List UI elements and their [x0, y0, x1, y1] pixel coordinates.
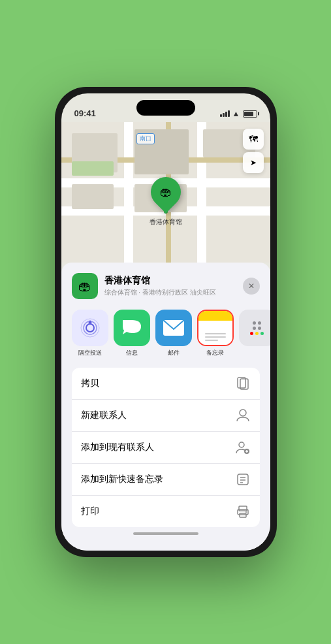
svg-point-0 — [86, 324, 94, 332]
signal-bars-icon — [220, 110, 230, 117]
battery-icon — [243, 110, 257, 118]
wifi-icon: ▲ — [232, 109, 240, 118]
svg-point-20 — [245, 511, 247, 513]
venue-subtitle: 综合体育馆 · 香港特别行政区 油尖旺区 — [104, 288, 243, 297]
map-type-button[interactable]: 🗺 — [243, 129, 264, 150]
share-item-notes[interactable]: 备忘录 — [197, 310, 234, 357]
svg-point-8 — [240, 410, 246, 416]
menu-item-copy[interactable]: 拷贝 — [72, 368, 260, 400]
venue-icon: 🏟 — [72, 273, 98, 299]
home-bar — [133, 532, 198, 535]
menu-list: 拷贝 新建联系人 — [72, 368, 260, 527]
add-existing-label: 添加到现有联系人 — [81, 442, 154, 453]
notes-icon-wrapper — [197, 310, 234, 346]
close-button[interactable]: ✕ — [243, 278, 260, 295]
home-indicator — [72, 527, 260, 540]
phone-frame: 09:41 ▲ — [55, 87, 277, 557]
print-label: 打印 — [81, 506, 99, 517]
share-item-mail[interactable]: 邮件 — [155, 310, 192, 357]
road-vertical — [124, 122, 133, 263]
menu-item-add-existing[interactable]: 添加到现有联系人 — [72, 432, 260, 464]
notes-lines — [205, 333, 226, 341]
share-item-more[interactable] — [239, 310, 270, 357]
dynamic-island — [136, 100, 195, 116]
venue-info: 香港体育馆 综合体育馆 · 香港特别行政区 油尖旺区 — [104, 275, 243, 297]
share-row: 隔空投送 信息 — [72, 310, 260, 357]
new-contact-label: 新建联系人 — [81, 410, 127, 421]
message-icon — [114, 310, 150, 346]
add-note-label: 添加到新快速备忘录 — [81, 474, 163, 485]
more-icon — [239, 310, 270, 346]
green-area — [72, 161, 114, 176]
menu-item-print[interactable]: 打印 — [72, 496, 260, 527]
share-item-airdrop[interactable]: 隔空投送 — [72, 310, 108, 357]
status-icons: ▲ — [220, 109, 257, 118]
map-area[interactable]: 南口 🗺 ➤ 🏟 香港体育馆 — [61, 122, 270, 263]
mail-icon — [155, 310, 192, 346]
mail-label: 邮件 — [168, 349, 180, 357]
map-controls: 🗺 ➤ — [243, 129, 264, 176]
airdrop-icon — [72, 310, 108, 346]
share-item-message[interactable]: 信息 — [114, 310, 150, 357]
person-add-icon — [235, 440, 251, 455]
pin-label: 香港体育馆 — [150, 217, 182, 227]
person-icon — [235, 408, 251, 423]
map-label-nankou: 南口 — [136, 133, 155, 144]
location-button[interactable]: ➤ — [243, 152, 264, 173]
svg-rect-17 — [239, 506, 247, 511]
pin-stadium-icon: 🏟 — [160, 185, 172, 199]
svg-point-9 — [239, 442, 244, 447]
menu-item-new-contact[interactable]: 新建联系人 — [72, 400, 260, 432]
bottom-sheet: 🏟 香港体育馆 综合体育馆 · 香港特别行政区 油尖旺区 ✕ — [61, 263, 270, 551]
venue-name: 香港体育馆 — [104, 275, 243, 287]
svg-rect-19 — [240, 513, 246, 517]
airdrop-label: 隔空投送 — [78, 349, 102, 357]
note-icon — [235, 472, 251, 487]
copy-label: 拷贝 — [81, 378, 99, 389]
copy-icon — [235, 376, 251, 391]
notes-label: 备忘录 — [206, 349, 224, 357]
location-pin: 🏟 香港体育馆 — [150, 176, 182, 227]
status-time: 09:41 — [74, 108, 96, 118]
venue-header: 🏟 香港体育馆 综合体育馆 · 香港特别行政区 油尖旺区 ✕ — [72, 273, 260, 299]
print-icon — [235, 504, 251, 519]
building-3 — [72, 184, 114, 210]
phone-screen: 09:41 ▲ — [61, 93, 270, 551]
message-label: 信息 — [126, 349, 138, 357]
menu-item-add-note[interactable]: 添加到新快速备忘录 — [72, 464, 260, 496]
